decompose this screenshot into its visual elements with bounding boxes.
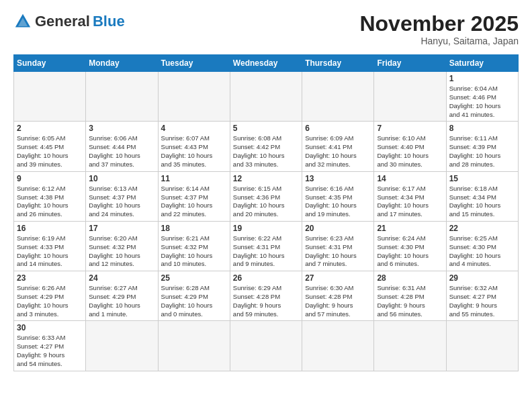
logo: GeneralBlue bbox=[13, 12, 125, 31]
day-cell bbox=[158, 72, 230, 122]
day-info: Sunrise: 6:27 AM Sunset: 4:29 PM Dayligh… bbox=[89, 284, 154, 318]
day-number: 26 bbox=[233, 273, 299, 283]
day-cell bbox=[86, 321, 158, 371]
header-sunday: Sunday bbox=[14, 55, 86, 72]
day-info: Sunrise: 6:20 AM Sunset: 4:32 PM Dayligh… bbox=[89, 234, 154, 269]
header-friday: Friday bbox=[374, 55, 446, 72]
day-cell: 19Sunrise: 6:22 AM Sunset: 4:31 PM Dayli… bbox=[230, 221, 302, 271]
day-number: 3 bbox=[89, 124, 154, 133]
day-info: Sunrise: 6:26 AM Sunset: 4:29 PM Dayligh… bbox=[17, 284, 83, 318]
day-cell: 28Sunrise: 6:31 AM Sunset: 4:28 PM Dayli… bbox=[374, 271, 446, 321]
day-cell: 5Sunrise: 6:08 AM Sunset: 4:42 PM Daylig… bbox=[230, 122, 302, 171]
day-cell: 15Sunrise: 6:18 AM Sunset: 4:34 PM Dayli… bbox=[446, 171, 518, 221]
day-cell: 14Sunrise: 6:17 AM Sunset: 4:34 PM Dayli… bbox=[374, 171, 446, 221]
day-info: Sunrise: 6:33 AM Sunset: 4:27 PM Dayligh… bbox=[17, 334, 83, 368]
day-cell: 17Sunrise: 6:20 AM Sunset: 4:32 PM Dayli… bbox=[86, 221, 158, 271]
day-cell bbox=[302, 321, 374, 371]
day-info: Sunrise: 6:11 AM Sunset: 4:39 PM Dayligh… bbox=[449, 134, 515, 169]
day-number: 9 bbox=[17, 174, 83, 183]
day-cell bbox=[230, 72, 302, 122]
day-number: 15 bbox=[449, 174, 515, 183]
day-info: Sunrise: 6:16 AM Sunset: 4:35 PM Dayligh… bbox=[305, 185, 371, 219]
day-number: 5 bbox=[233, 124, 299, 133]
day-cell: 12Sunrise: 6:15 AM Sunset: 4:36 PM Dayli… bbox=[230, 171, 302, 221]
day-cell: 4Sunrise: 6:07 AM Sunset: 4:43 PM Daylig… bbox=[158, 122, 230, 171]
day-info: Sunrise: 6:12 AM Sunset: 4:38 PM Dayligh… bbox=[17, 185, 83, 219]
day-cell: 11Sunrise: 6:14 AM Sunset: 4:37 PM Dayli… bbox=[158, 171, 230, 221]
day-info: Sunrise: 6:08 AM Sunset: 4:42 PM Dayligh… bbox=[233, 134, 299, 169]
day-info: Sunrise: 6:17 AM Sunset: 4:34 PM Dayligh… bbox=[377, 185, 443, 219]
day-cell bbox=[374, 321, 446, 371]
week-row-5: 30Sunrise: 6:33 AM Sunset: 4:27 PM Dayli… bbox=[14, 321, 519, 371]
day-cell: 27Sunrise: 6:30 AM Sunset: 4:28 PM Dayli… bbox=[302, 271, 374, 321]
week-row-1: 2Sunrise: 6:05 AM Sunset: 4:45 PM Daylig… bbox=[14, 122, 519, 171]
day-info: Sunrise: 6:32 AM Sunset: 4:27 PM Dayligh… bbox=[449, 284, 515, 318]
header-saturday: Saturday bbox=[446, 55, 518, 72]
day-info: Sunrise: 6:18 AM Sunset: 4:34 PM Dayligh… bbox=[449, 185, 515, 219]
day-cell: 10Sunrise: 6:13 AM Sunset: 4:37 PM Dayli… bbox=[86, 171, 158, 221]
day-info: Sunrise: 6:09 AM Sunset: 4:41 PM Dayligh… bbox=[305, 134, 371, 169]
day-number: 18 bbox=[161, 224, 227, 233]
day-cell: 9Sunrise: 6:12 AM Sunset: 4:38 PM Daylig… bbox=[14, 171, 86, 221]
day-info: Sunrise: 6:04 AM Sunset: 4:46 PM Dayligh… bbox=[449, 85, 515, 119]
day-cell: 16Sunrise: 6:19 AM Sunset: 4:33 PM Dayli… bbox=[14, 221, 86, 271]
day-cell: 26Sunrise: 6:29 AM Sunset: 4:28 PM Dayli… bbox=[230, 271, 302, 321]
month-title: November 2025 bbox=[359, 12, 519, 36]
day-number: 11 bbox=[161, 174, 227, 183]
day-info: Sunrise: 6:13 AM Sunset: 4:37 PM Dayligh… bbox=[89, 185, 154, 219]
week-row-2: 9Sunrise: 6:12 AM Sunset: 4:38 PM Daylig… bbox=[14, 171, 519, 221]
day-number: 25 bbox=[161, 273, 227, 283]
day-cell bbox=[158, 321, 230, 371]
day-info: Sunrise: 6:14 AM Sunset: 4:37 PM Dayligh… bbox=[161, 185, 227, 219]
weekday-header-row: Sunday Monday Tuesday Wednesday Thursday… bbox=[14, 55, 519, 72]
day-cell: 23Sunrise: 6:26 AM Sunset: 4:29 PM Dayli… bbox=[14, 271, 86, 321]
day-number: 24 bbox=[89, 273, 154, 283]
day-cell: 13Sunrise: 6:16 AM Sunset: 4:35 PM Dayli… bbox=[302, 171, 374, 221]
logo-text-general: General bbox=[35, 13, 90, 30]
day-cell: 6Sunrise: 6:09 AM Sunset: 4:41 PM Daylig… bbox=[302, 122, 374, 171]
day-cell: 21Sunrise: 6:24 AM Sunset: 4:30 PM Dayli… bbox=[374, 221, 446, 271]
day-cell: 29Sunrise: 6:32 AM Sunset: 4:27 PM Dayli… bbox=[446, 271, 518, 321]
header-wednesday: Wednesday bbox=[230, 55, 302, 72]
week-row-3: 16Sunrise: 6:19 AM Sunset: 4:33 PM Dayli… bbox=[14, 221, 519, 271]
day-cell: 8Sunrise: 6:11 AM Sunset: 4:39 PM Daylig… bbox=[446, 122, 518, 171]
day-info: Sunrise: 6:06 AM Sunset: 4:44 PM Dayligh… bbox=[89, 134, 154, 169]
logo-icon bbox=[13, 12, 32, 31]
day-number: 6 bbox=[305, 124, 371, 133]
day-cell bbox=[230, 321, 302, 371]
day-number: 19 bbox=[233, 224, 299, 233]
day-cell: 25Sunrise: 6:28 AM Sunset: 4:29 PM Dayli… bbox=[158, 271, 230, 321]
day-number: 12 bbox=[233, 174, 299, 183]
day-info: Sunrise: 6:07 AM Sunset: 4:43 PM Dayligh… bbox=[161, 134, 227, 169]
calendar: Sunday Monday Tuesday Wednesday Thursday… bbox=[13, 54, 519, 371]
day-cell: 30Sunrise: 6:33 AM Sunset: 4:27 PM Dayli… bbox=[14, 321, 86, 371]
day-info: Sunrise: 6:19 AM Sunset: 4:33 PM Dayligh… bbox=[17, 234, 83, 269]
day-info: Sunrise: 6:10 AM Sunset: 4:40 PM Dayligh… bbox=[377, 134, 443, 169]
logo-area: GeneralBlue bbox=[13, 12, 125, 31]
day-info: Sunrise: 6:31 AM Sunset: 4:28 PM Dayligh… bbox=[377, 284, 443, 318]
day-number: 1 bbox=[449, 74, 515, 83]
day-cell bbox=[374, 72, 446, 122]
day-cell: 18Sunrise: 6:21 AM Sunset: 4:32 PM Dayli… bbox=[158, 221, 230, 271]
day-info: Sunrise: 6:29 AM Sunset: 4:28 PM Dayligh… bbox=[233, 284, 299, 318]
day-cell: 24Sunrise: 6:27 AM Sunset: 4:29 PM Dayli… bbox=[86, 271, 158, 321]
day-cell bbox=[446, 321, 518, 371]
header-tuesday: Tuesday bbox=[158, 55, 230, 72]
day-cell bbox=[14, 72, 86, 122]
header-monday: Monday bbox=[86, 55, 158, 72]
header-thursday: Thursday bbox=[302, 55, 374, 72]
week-row-4: 23Sunrise: 6:26 AM Sunset: 4:29 PM Dayli… bbox=[14, 271, 519, 321]
day-cell: 2Sunrise: 6:05 AM Sunset: 4:45 PM Daylig… bbox=[14, 122, 86, 171]
day-cell: 20Sunrise: 6:23 AM Sunset: 4:31 PM Dayli… bbox=[302, 221, 374, 271]
day-number: 2 bbox=[17, 124, 83, 133]
day-cell: 22Sunrise: 6:25 AM Sunset: 4:30 PM Dayli… bbox=[446, 221, 518, 271]
day-cell: 1Sunrise: 6:04 AM Sunset: 4:46 PM Daylig… bbox=[446, 72, 518, 122]
day-cell: 7Sunrise: 6:10 AM Sunset: 4:40 PM Daylig… bbox=[374, 122, 446, 171]
day-number: 13 bbox=[305, 174, 371, 183]
day-number: 8 bbox=[449, 124, 515, 133]
day-number: 20 bbox=[305, 224, 371, 233]
day-info: Sunrise: 6:28 AM Sunset: 4:29 PM Dayligh… bbox=[161, 284, 227, 318]
day-number: 27 bbox=[305, 273, 371, 283]
day-info: Sunrise: 6:15 AM Sunset: 4:36 PM Dayligh… bbox=[233, 185, 299, 219]
day-info: Sunrise: 6:05 AM Sunset: 4:45 PM Dayligh… bbox=[17, 134, 83, 169]
